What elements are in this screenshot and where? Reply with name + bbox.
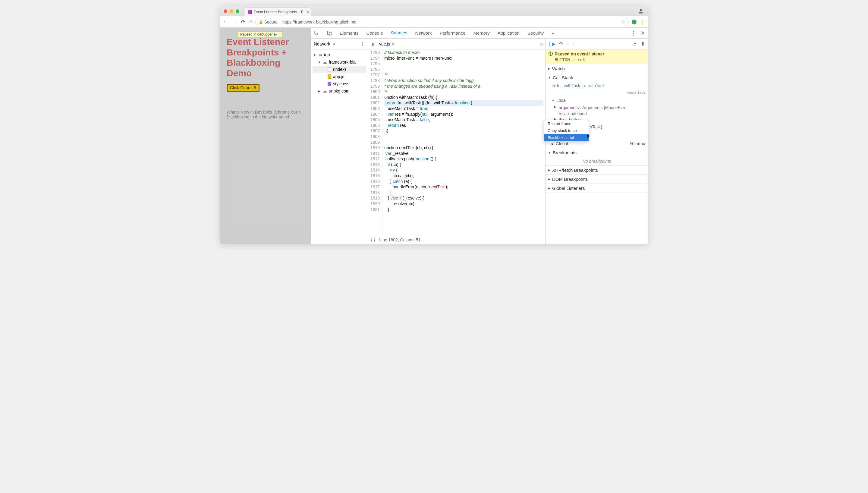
toggle-debugger-icon[interactable]: ▷ <box>540 42 543 46</box>
address-bar: ← → ⟳ ⌂ 🔒 Secure | https://framework-bla… <box>220 16 648 28</box>
tabs-overflow-icon[interactable]: » <box>551 28 555 38</box>
favicon-icon: 🟪 <box>247 10 252 14</box>
maximize-window-icon[interactable] <box>236 9 239 13</box>
resume-icon[interactable]: ❙▶ <box>548 41 556 47</box>
devtools-menu-icon[interactable]: ⋮ <box>631 30 636 37</box>
minimize-window-icon[interactable] <box>230 9 233 13</box>
back-icon[interactable]: ← <box>223 19 228 25</box>
extension-icon[interactable] <box>632 20 636 24</box>
paused-label: Paused in debugger <box>240 32 273 37</box>
pause-title: Paused on event listener <box>555 51 604 56</box>
file-tree: ▼▭top ▼☁framework-bla (index) app.js sty… <box>311 49 368 97</box>
stack-frame[interactable]: ➔fn._withTask.fn._withTask <box>545 82 648 89</box>
editor-tab[interactable]: vue.js × <box>377 42 396 46</box>
editor-status: { } Line 1802, Column 51 <box>368 235 545 244</box>
devtools-body: Network » ⋮ ▼▭top ▼☁framework-bla (index… <box>311 39 648 244</box>
scope-variable[interactable]: res: undefined <box>545 111 648 116</box>
breakpoints-section[interactable]: ▼Breakpoints <box>545 148 648 157</box>
lock-icon: 🔒 <box>259 20 263 24</box>
devtools-close-icon[interactable]: ✕ <box>641 30 645 37</box>
context-menu-item[interactable]: Blackbox script <box>544 134 589 141</box>
debug-overlay <box>220 28 310 244</box>
devtools: ElementsConsoleSourcesNetworkPerformance… <box>310 28 648 244</box>
tab-title: Event Listener Breakpoints + E <box>254 10 304 14</box>
devtools-tab-sources[interactable]: Sources <box>390 28 408 38</box>
inspect-icon[interactable] <box>314 30 320 36</box>
window-controls <box>224 9 239 13</box>
reload-icon[interactable]: ⟳ <box>241 19 245 25</box>
watch-section[interactable]: ▶Watch <box>545 64 648 73</box>
navigator-menu-icon[interactable]: ⋮ <box>360 41 365 47</box>
deactivate-bp-icon[interactable]: ⫽ <box>632 41 637 47</box>
nav-buttons: ← → ⟳ ⌂ <box>223 19 252 25</box>
cloud-icon: ☁ <box>323 60 327 64</box>
current-frame-icon: ➔ <box>552 83 556 88</box>
debugger-panel: ❙▶ ↷ ↓ ↑ ⫽ ⏸ ⓘPaused on event listener B… <box>545 39 648 244</box>
editor-filename: vue.js <box>379 42 390 46</box>
cloud-icon: ☁ <box>323 89 327 93</box>
browser-tabs: 🟪 Event Listener Breakpoints + E × <box>244 6 637 16</box>
forward-icon[interactable]: → <box>232 19 237 25</box>
tree-cdn[interactable]: ▶☁unpkg.com <box>312 87 366 94</box>
devtools-tab-application[interactable]: Application <box>497 28 520 38</box>
tree-top[interactable]: ▼▭top <box>312 51 366 59</box>
content-area: Paused in debugger ▶ ⤵ Event Listener Br… <box>220 28 648 244</box>
stack-frame-loc: vue.js:1802 <box>545 89 648 96</box>
context-menu-item[interactable]: Copy stack trace <box>544 127 589 134</box>
navigator-overflow-icon[interactable]: » <box>333 41 335 46</box>
global-listeners-section[interactable]: ▶Global Listeners <box>545 184 648 193</box>
code-lines: // fallback to macromicroTimerFunc = mac… <box>383 49 545 235</box>
menu-icon[interactable]: ⋮ <box>639 19 645 25</box>
resume-icon[interactable]: ▶ <box>274 32 277 37</box>
editor-panel: ◧ vue.js × ▷ 179317941795179617971798179… <box>368 39 545 244</box>
navigator-tab[interactable]: Network <box>314 41 330 46</box>
svg-point-0 <box>640 9 642 11</box>
tree-file-stylecss[interactable]: style.css <box>312 80 366 87</box>
step-out-icon[interactable]: ↑ <box>573 41 575 47</box>
tree-domain[interactable]: ▼☁framework-bla <box>312 59 366 66</box>
url-text: https://framework-blackboxing.glitch.me <box>282 20 356 24</box>
device-toggle-icon[interactable] <box>326 30 332 36</box>
devtools-tab-security[interactable]: Security <box>527 28 544 38</box>
context-menu-item[interactable]: Restart frame <box>544 120 589 127</box>
browser-window: 🟪 Event Listener Breakpoints + E × ← → ⟳… <box>220 6 648 244</box>
devtools-tab-performance[interactable]: Performance <box>439 28 466 38</box>
secure-label: Secure <box>264 20 278 24</box>
devtools-tab-elements[interactable]: Elements <box>339 28 359 38</box>
webpage: Paused in debugger ▶ ⤵ Event Listener Br… <box>220 28 310 244</box>
bookmark-icon[interactable]: ☆ <box>622 20 625 24</box>
devtools-tab-memory[interactable]: Memory <box>473 28 490 38</box>
paused-badge: Paused in debugger ▶ ⤵ <box>238 31 283 37</box>
close-tab-icon[interactable]: × <box>307 9 309 14</box>
step-into-icon[interactable]: ↓ <box>567 41 569 47</box>
close-editor-tab-icon[interactable]: × <box>392 42 394 46</box>
devtools-tab-console[interactable]: Console <box>366 28 384 38</box>
navigator-head: Network » ⋮ <box>311 39 368 49</box>
browser-tab[interactable]: 🟪 Event Listener Breakpoints + E × <box>244 7 311 16</box>
xhr-breakpoints-section[interactable]: ▶XHR/fetch Breakpoints <box>545 166 648 174</box>
toggle-nav-icon[interactable]: ◧ <box>370 42 377 46</box>
url-input[interactable]: 🔒 Secure | https://framework-blackboxing… <box>255 18 629 26</box>
scope-local[interactable]: ▼Local <box>545 96 648 105</box>
callstack-section[interactable]: ▼Call Stack <box>545 73 648 82</box>
step-over-icon[interactable]: ↷ <box>559 41 563 47</box>
tree-file-index[interactable]: (index) <box>312 66 366 73</box>
pretty-print-icon[interactable]: { } <box>371 237 375 242</box>
profile-icon[interactable] <box>637 7 644 15</box>
title-bar: 🟪 Event Listener Breakpoints + E × <box>220 6 648 16</box>
scope-variable[interactable]: ▶arguments: Arguments [MouseEve <box>545 105 648 111</box>
close-window-icon[interactable] <box>224 9 227 13</box>
devtools-tab-network[interactable]: Network <box>415 28 433 38</box>
navigator-panel: Network » ⋮ ▼▭top ▼☁framework-bla (index… <box>311 39 368 244</box>
step-icon[interactable]: ⤵ <box>279 32 281 37</box>
cursor-position: Line 1802, Column 51 <box>379 237 420 242</box>
info-icon: ⓘ <box>548 51 553 57</box>
devtools-tabs: ElementsConsoleSourcesNetworkPerformance… <box>311 28 648 39</box>
pause-exceptions-icon[interactable]: ⏸ <box>641 41 646 47</box>
debugger-toolbar: ❙▶ ↷ ↓ ↑ ⫽ ⏸ <box>545 39 648 49</box>
editor-head: ◧ vue.js × ▷ <box>368 39 545 49</box>
tree-file-appjs[interactable]: app.js <box>312 73 366 80</box>
home-icon[interactable]: ⌂ <box>249 19 252 25</box>
dom-breakpoints-section[interactable]: ▶DOM Breakpoints <box>545 175 648 184</box>
code-area[interactable]: 1793179417951796179717981799180018011802… <box>368 49 545 235</box>
